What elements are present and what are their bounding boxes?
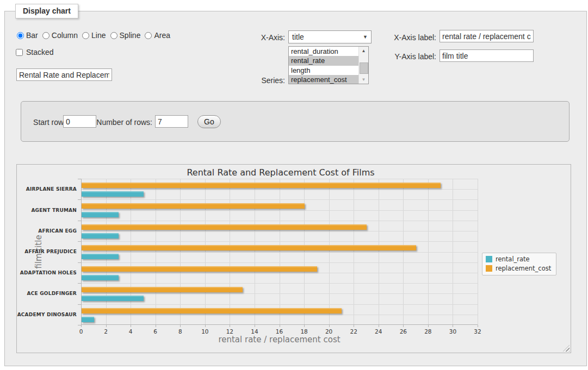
panel-legend: Display chart [15, 4, 78, 18]
series-option-length[interactable]: length [289, 66, 359, 75]
x-axis-tick-label: 8 [172, 328, 188, 335]
series-option-rental_duration[interactable]: rental_duration [289, 47, 359, 56]
bar-replacement_cost[interactable] [82, 183, 441, 188]
number-of-rows-label: Number of rows: [87, 118, 152, 127]
y-axis-tick [78, 199, 81, 200]
x-axis-selected-value: title [292, 33, 304, 41]
y-axis-label-input[interactable] [440, 49, 534, 62]
legend-label: rental_rate [496, 255, 530, 263]
chart-type-option-column[interactable]: Column [42, 31, 78, 40]
chart-area: Rental Rate and Replacement Cost of Film… [16, 164, 571, 353]
bar-rental_rate[interactable] [82, 296, 144, 301]
legend-item-rental_rate[interactable]: rental_rate [486, 255, 551, 263]
x-axis-tick-label: 28 [420, 328, 436, 335]
number-of-rows-input[interactable] [155, 115, 188, 128]
gridline-horizontal [81, 283, 478, 284]
chart-type-option-area[interactable]: Area [145, 31, 170, 40]
bar-rental_rate[interactable] [82, 317, 94, 322]
x-axis-tick-label: 12 [221, 328, 238, 335]
x-axis-tick [453, 325, 453, 327]
bar-replacement_cost[interactable] [82, 266, 317, 272]
legend-item-replacement_cost[interactable]: replacement_cost [486, 265, 551, 272]
y-axis-tick [78, 283, 81, 284]
x-axis-label-field-label: X-Axis label: [386, 33, 436, 42]
page: Display chart BarColumnLineSplineArea St… [0, 0, 588, 370]
x-axis-label-input[interactable] [440, 30, 534, 42]
gridline-horizontal [81, 252, 478, 253]
chart-title-input[interactable] [16, 68, 112, 81]
bar-rental_rate[interactable] [82, 254, 119, 259]
scroll-up-icon[interactable]: ▲ [359, 47, 368, 55]
series-options: rental_durationrental_ratelengthreplacem… [289, 47, 359, 84]
gridline-horizontal [81, 189, 478, 190]
series-list-label: Series: [234, 76, 285, 85]
y-axis-tick [78, 304, 81, 305]
bar-rental_rate[interactable] [82, 275, 119, 280]
series-list-scrollbar[interactable]: ▲ ▼ [358, 47, 368, 84]
gridline-horizontal [81, 221, 478, 221]
y-axis-category-label: AFRICAN EGG [17, 221, 77, 241]
stacked-option[interactable]: Stacked [16, 48, 54, 57]
bar-replacement_cost[interactable] [82, 224, 367, 230]
y-axis-category-label: ADAPTATION HOLES [17, 262, 77, 283]
go-button[interactable]: Go [197, 115, 221, 128]
chart-type-radio-label: Column [52, 31, 78, 40]
chart-type-option-spline[interactable]: Spline [110, 31, 141, 40]
x-axis-tick-label: 24 [370, 328, 387, 335]
scroll-down-icon[interactable]: ▼ [359, 76, 368, 84]
start-row-label: Start row: [14, 118, 66, 127]
chart-type-radio-group: BarColumnLineSplineArea [17, 31, 175, 40]
chart-type-radio-area[interactable] [145, 32, 152, 39]
chart-type-option-bar[interactable]: Bar [17, 31, 38, 40]
x-axis-tick-label: 16 [271, 328, 288, 335]
chart-type-radio-bar[interactable] [17, 32, 24, 39]
bar-replacement_cost[interactable] [82, 308, 342, 313]
series-option-replacement_cost[interactable]: replacement_cost [289, 75, 359, 84]
chart-type-radio-column[interactable] [42, 32, 49, 39]
resize-handle-icon[interactable] [563, 345, 570, 352]
gridline-horizontal [81, 199, 478, 200]
gridline-horizontal [81, 273, 478, 273]
series-option-rental_rate[interactable]: rental_rate [289, 56, 359, 65]
y-axis-tick [78, 241, 81, 242]
bar-replacement_cost[interactable] [82, 245, 416, 250]
legend-swatch-rental_rate [486, 256, 492, 262]
x-axis-tick [478, 325, 478, 327]
y-axis-category-label: AIRPLANE SIERRA [17, 179, 77, 199]
x-axis-tick [81, 325, 82, 327]
x-axis-tick-label: 0 [73, 328, 89, 335]
bar-rental_rate[interactable] [82, 212, 119, 217]
chart-type-radio-spline[interactable] [110, 32, 117, 39]
legend-label: replacement_cost [496, 265, 551, 272]
gridline-horizontal [81, 262, 478, 263]
x-axis-tick [131, 325, 131, 327]
bar-rental_rate[interactable] [82, 233, 119, 239]
x-axis-select[interactable]: title ▼ [288, 30, 372, 43]
y-axis-tick [78, 179, 81, 179]
stacked-checkbox[interactable] [16, 49, 23, 56]
bar-rental_rate[interactable] [82, 191, 144, 197]
x-axis-tick-label: 2 [98, 328, 114, 335]
x-axis-tick [280, 325, 280, 327]
x-axis-tick [379, 325, 379, 327]
x-axis-tick [156, 325, 156, 327]
bar-replacement_cost[interactable] [82, 287, 243, 292]
x-axis-tick [180, 325, 181, 327]
stacked-label: Stacked [26, 48, 54, 57]
y-axis-tick [78, 221, 81, 221]
series-multiselect[interactable]: rental_durationrental_ratelengthreplacem… [288, 46, 369, 84]
plot-area [81, 179, 478, 325]
x-axis-tick-label: 26 [395, 328, 411, 335]
bar-replacement_cost[interactable] [82, 203, 305, 209]
dropdown-arrow-icon: ▼ [363, 34, 368, 40]
gridline-vertical [478, 179, 478, 325]
chart-title: Rental Rate and Replacement Cost of Film… [17, 167, 544, 178]
x-axis-tick-label: 14 [246, 328, 263, 335]
y-axis-label-field-label: Y-Axis label: [386, 52, 436, 61]
chart-type-option-line[interactable]: Line [82, 31, 106, 40]
x-axis-tick [255, 325, 255, 327]
x-axis-title: rental rate / replacement cost [81, 335, 478, 344]
gridline-horizontal [81, 179, 478, 179]
chart-type-radio-line[interactable] [82, 32, 89, 39]
scrollbar-thumb[interactable] [360, 62, 368, 74]
